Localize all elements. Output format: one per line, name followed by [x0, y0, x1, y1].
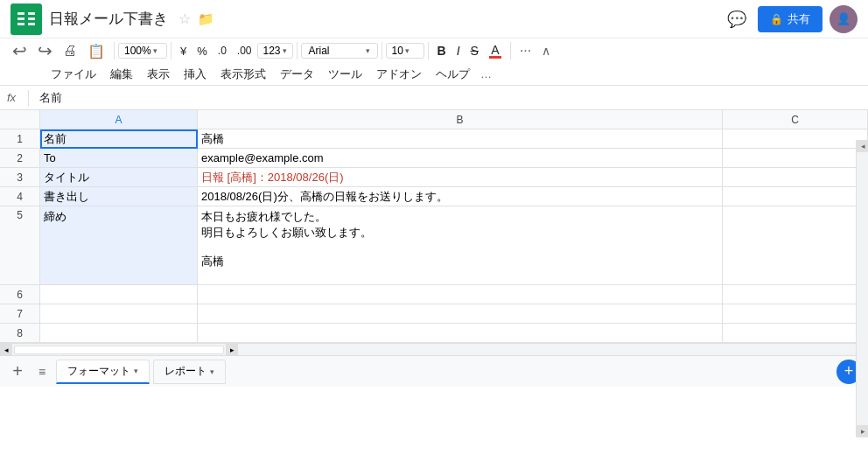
- svg-rect-2: [28, 12, 35, 15]
- tab-report[interactable]: レポート ▾: [153, 360, 226, 384]
- row-num-7[interactable]: 7: [0, 304, 40, 324]
- cell-a1[interactable]: 名前: [40, 129, 198, 149]
- tab-format-arrow: ▾: [134, 367, 138, 375]
- svg-rect-3: [18, 17, 24, 20]
- cell-c3[interactable]: [723, 168, 868, 187]
- share-button[interactable]: 🔒 共有: [758, 6, 822, 32]
- text-color-btn[interactable]: A: [484, 42, 507, 60]
- menu-undo[interactable]: ↩: [7, 38, 32, 63]
- cell-c2[interactable]: [723, 149, 868, 168]
- decimal-less-btn[interactable]: .0: [213, 43, 232, 59]
- strikethrough-btn[interactable]: S: [466, 42, 484, 59]
- menu-edit[interactable]: 編集: [103, 65, 140, 84]
- cell-b2[interactable]: example@example.com: [198, 149, 723, 168]
- zoom-value: 100%: [124, 45, 151, 57]
- col-header-b[interactable]: B: [198, 110, 723, 129]
- col-header-c[interactable]: C: [723, 110, 868, 129]
- row-num-6[interactable]: 6: [0, 285, 40, 304]
- cell-b8[interactable]: [198, 324, 723, 343]
- cell-c1[interactable]: [723, 129, 868, 149]
- scroll-up-btn[interactable]: ◂: [857, 140, 868, 152]
- menu-print[interactable]: 🖨: [58, 41, 82, 60]
- formula-bar: fx 名前: [0, 86, 868, 110]
- cell-c5[interactable]: [723, 206, 868, 285]
- cell-a2[interactable]: To: [40, 149, 198, 168]
- svg-rect-1: [18, 12, 24, 15]
- sheet-list-button[interactable]: ≡: [32, 361, 52, 382]
- cell-a4[interactable]: 書き出し: [40, 187, 198, 206]
- tab-format[interactable]: フォーマット ▾: [56, 360, 150, 384]
- cell-a5[interactable]: 締め: [40, 206, 198, 285]
- cell-a7[interactable]: [40, 304, 198, 324]
- menu-help[interactable]: ヘルプ: [429, 65, 477, 84]
- scroll-down-btn[interactable]: ▸: [857, 425, 868, 437]
- add-sheet-button[interactable]: +: [7, 361, 28, 382]
- font-caret: ▾: [366, 46, 370, 55]
- cell-c6[interactable]: [723, 285, 868, 304]
- currency-btn[interactable]: ¥: [175, 43, 192, 59]
- cell-a8[interactable]: [40, 324, 198, 343]
- menu-bar: ↩ ↪ 🖨 📋 100% ▾ ¥ % .0 .00 123 ▾ Arial ▾ …: [0, 38, 868, 63]
- table-row: 3 タイトル 日報 [高橋]：2018/08/26(日): [0, 168, 868, 187]
- font-size-dropdown[interactable]: 10 ▾: [386, 43, 424, 59]
- cell-b5[interactable]: 本日もお疲れ様でした。 明日もよろしくお願い致します。 高橋: [198, 206, 723, 285]
- menu-file[interactable]: ファイル: [44, 65, 103, 84]
- menu-copy-format[interactable]: 📋: [82, 41, 110, 61]
- cell-a6[interactable]: [40, 285, 198, 304]
- row-num-5[interactable]: 5: [0, 206, 40, 285]
- cell-b5-text: 本日もお疲れ様でした。 明日もよろしくお願い致します。 高橋: [201, 209, 372, 269]
- table-row: 5 締め 本日もお疲れ様でした。 明日もよろしくお願い致します。 高橋: [0, 206, 868, 285]
- font-size-value: 10: [392, 45, 403, 57]
- percent-btn[interactable]: %: [192, 43, 213, 59]
- decimal-more-btn[interactable]: .00: [232, 43, 257, 59]
- table-row: 8: [0, 324, 868, 343]
- cell-c4[interactable]: [723, 187, 868, 206]
- zoom-control[interactable]: 100% ▾: [118, 43, 167, 59]
- doc-title[interactable]: 日報メール下書き: [49, 9, 168, 29]
- menu-addons[interactable]: アドオン: [369, 65, 429, 84]
- cell-b7[interactable]: [198, 304, 723, 324]
- menu-more-dots[interactable]: …: [477, 66, 495, 82]
- folder-icon[interactable]: 📁: [198, 11, 214, 27]
- h-scroll-left[interactable]: ◂: [0, 344, 12, 356]
- row-num-1[interactable]: 1: [0, 129, 40, 149]
- menu-redo[interactable]: ↪: [32, 38, 58, 63]
- comment-button[interactable]: 💬: [723, 5, 751, 33]
- more-btn[interactable]: ···: [514, 41, 536, 60]
- h-scroll-right[interactable]: ▸: [226, 344, 238, 356]
- italic-btn[interactable]: I: [452, 42, 466, 59]
- cell-b4[interactable]: 2018/08/26(日)分、高橋の日報をお送りします。: [198, 187, 723, 206]
- menu-tools[interactable]: ツール: [321, 65, 369, 84]
- h-scroll-area: ◂ ▸: [0, 343, 868, 355]
- corner-cell: [0, 110, 40, 129]
- svg-rect-4: [28, 17, 35, 20]
- scroll-controls: ◂ ▸: [856, 140, 868, 437]
- cell-b1[interactable]: 高橋: [198, 129, 723, 149]
- row-num-3[interactable]: 3: [0, 168, 40, 187]
- menu-data[interactable]: データ: [273, 65, 321, 84]
- tab-report-arrow: ▾: [210, 367, 214, 376]
- row-num-8[interactable]: 8: [0, 324, 40, 343]
- row-num-4[interactable]: 4: [0, 187, 40, 206]
- menu-format[interactable]: 表示形式: [214, 65, 273, 84]
- collapse-btn[interactable]: ∧: [536, 42, 556, 59]
- font-dropdown[interactable]: Arial ▾: [301, 43, 378, 59]
- cell-c8[interactable]: [723, 324, 868, 343]
- format-dropdown[interactable]: 123 ▾: [257, 43, 293, 59]
- formula-content[interactable]: 名前: [36, 90, 861, 106]
- table-row: 2 To example@example.com: [0, 149, 868, 168]
- star-icon[interactable]: ☆: [178, 10, 191, 27]
- menu-view[interactable]: 表示: [140, 65, 177, 84]
- col-header-a[interactable]: A: [40, 110, 198, 129]
- cell-c7[interactable]: [723, 304, 868, 324]
- tab-report-label: レポート: [164, 364, 206, 379]
- cell-b6[interactable]: [198, 285, 723, 304]
- tab-format-label: フォーマット: [67, 364, 130, 379]
- avatar[interactable]: 👤: [830, 5, 858, 33]
- bold-btn[interactable]: B: [432, 42, 452, 59]
- cell-a3[interactable]: タイトル: [40, 168, 198, 187]
- col-header-row: A B C: [0, 110, 868, 129]
- row-num-2[interactable]: 2: [0, 149, 40, 168]
- menu-insert[interactable]: 挿入: [177, 65, 214, 84]
- cell-b3[interactable]: 日報 [高橋]：2018/08/26(日): [198, 168, 723, 187]
